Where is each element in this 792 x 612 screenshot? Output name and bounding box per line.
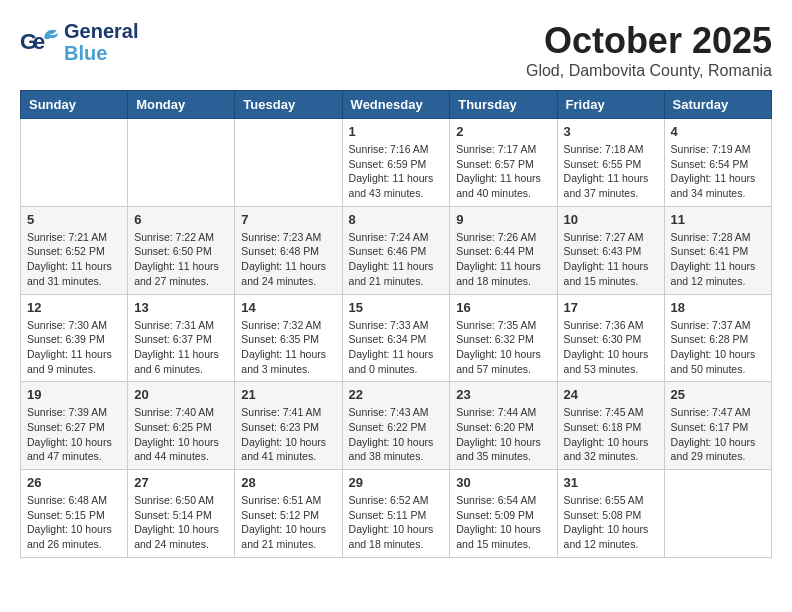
sunset-text: Sunset: 6:35 PM	[241, 333, 319, 345]
day-number: 30	[456, 475, 550, 490]
col-tuesday: Tuesday	[235, 91, 342, 119]
day-number: 20	[134, 387, 228, 402]
daylight-text: Daylight: 11 hours and 34 minutes.	[671, 172, 756, 199]
sunset-text: Sunset: 6:37 PM	[134, 333, 212, 345]
sunset-text: Sunset: 6:30 PM	[564, 333, 642, 345]
day-info: Sunrise: 7:23 AM Sunset: 6:48 PM Dayligh…	[241, 230, 335, 289]
calendar-cell: 19 Sunrise: 7:39 AM Sunset: 6:27 PM Dayl…	[21, 382, 128, 470]
sunrise-text: Sunrise: 7:35 AM	[456, 319, 536, 331]
logo-text-blue: Blue	[64, 42, 107, 64]
daylight-text: Daylight: 10 hours and 15 minutes.	[456, 523, 541, 550]
sunrise-text: Sunrise: 6:51 AM	[241, 494, 321, 506]
day-info: Sunrise: 7:47 AM Sunset: 6:17 PM Dayligh…	[671, 405, 765, 464]
calendar-cell: 26 Sunrise: 6:48 AM Sunset: 5:15 PM Dayl…	[21, 470, 128, 558]
daylight-text: Daylight: 10 hours and 29 minutes.	[671, 436, 756, 463]
sunset-text: Sunset: 5:08 PM	[564, 509, 642, 521]
day-number: 15	[349, 300, 444, 315]
sunrise-text: Sunrise: 6:55 AM	[564, 494, 644, 506]
day-number: 9	[456, 212, 550, 227]
day-number: 6	[134, 212, 228, 227]
daylight-text: Daylight: 10 hours and 38 minutes.	[349, 436, 434, 463]
calendar-week-row: 1 Sunrise: 7:16 AM Sunset: 6:59 PM Dayli…	[21, 119, 772, 207]
sunset-text: Sunset: 6:46 PM	[349, 245, 427, 257]
sunrise-text: Sunrise: 6:50 AM	[134, 494, 214, 506]
daylight-text: Daylight: 11 hours and 37 minutes.	[564, 172, 649, 199]
calendar-week-row: 26 Sunrise: 6:48 AM Sunset: 5:15 PM Dayl…	[21, 470, 772, 558]
sunrise-text: Sunrise: 7:39 AM	[27, 406, 107, 418]
calendar-cell: 22 Sunrise: 7:43 AM Sunset: 6:22 PM Dayl…	[342, 382, 450, 470]
sunset-text: Sunset: 6:28 PM	[671, 333, 749, 345]
calendar-cell: 15 Sunrise: 7:33 AM Sunset: 6:34 PM Dayl…	[342, 294, 450, 382]
calendar-cell: 16 Sunrise: 7:35 AM Sunset: 6:32 PM Dayl…	[450, 294, 557, 382]
daylight-text: Daylight: 11 hours and 21 minutes.	[349, 260, 434, 287]
sunrise-text: Sunrise: 7:36 AM	[564, 319, 644, 331]
daylight-text: Daylight: 11 hours and 0 minutes.	[349, 348, 434, 375]
sunrise-text: Sunrise: 7:31 AM	[134, 319, 214, 331]
daylight-text: Daylight: 11 hours and 24 minutes.	[241, 260, 326, 287]
calendar-table: Sunday Monday Tuesday Wednesday Thursday…	[20, 90, 772, 558]
calendar-cell: 2 Sunrise: 7:17 AM Sunset: 6:57 PM Dayli…	[450, 119, 557, 207]
sunset-text: Sunset: 6:18 PM	[564, 421, 642, 433]
daylight-text: Daylight: 11 hours and 6 minutes.	[134, 348, 219, 375]
sunrise-text: Sunrise: 7:22 AM	[134, 231, 214, 243]
sunset-text: Sunset: 6:50 PM	[134, 245, 212, 257]
sunrise-text: Sunrise: 7:37 AM	[671, 319, 751, 331]
sunset-text: Sunset: 5:15 PM	[27, 509, 105, 521]
sunrise-text: Sunrise: 7:27 AM	[564, 231, 644, 243]
calendar-cell: 18 Sunrise: 7:37 AM Sunset: 6:28 PM Dayl…	[664, 294, 771, 382]
sunset-text: Sunset: 6:32 PM	[456, 333, 534, 345]
title-block: October 2025 Glod, Dambovita County, Rom…	[526, 20, 772, 80]
day-info: Sunrise: 6:48 AM Sunset: 5:15 PM Dayligh…	[27, 493, 121, 552]
day-number: 2	[456, 124, 550, 139]
sunrise-text: Sunrise: 7:30 AM	[27, 319, 107, 331]
daylight-text: Daylight: 10 hours and 32 minutes.	[564, 436, 649, 463]
calendar-cell: 4 Sunrise: 7:19 AM Sunset: 6:54 PM Dayli…	[664, 119, 771, 207]
month-title: October 2025	[526, 20, 772, 62]
sunset-text: Sunset: 6:27 PM	[27, 421, 105, 433]
sunset-text: Sunset: 6:22 PM	[349, 421, 427, 433]
sunset-text: Sunset: 5:11 PM	[349, 509, 427, 521]
daylight-text: Daylight: 10 hours and 35 minutes.	[456, 436, 541, 463]
day-number: 12	[27, 300, 121, 315]
day-number: 31	[564, 475, 658, 490]
daylight-text: Daylight: 11 hours and 15 minutes.	[564, 260, 649, 287]
calendar-cell: 5 Sunrise: 7:21 AM Sunset: 6:52 PM Dayli…	[21, 206, 128, 294]
day-info: Sunrise: 7:33 AM Sunset: 6:34 PM Dayligh…	[349, 318, 444, 377]
daylight-text: Daylight: 11 hours and 27 minutes.	[134, 260, 219, 287]
day-info: Sunrise: 7:18 AM Sunset: 6:55 PM Dayligh…	[564, 142, 658, 201]
day-number: 22	[349, 387, 444, 402]
svg-text:e: e	[33, 28, 45, 53]
calendar-cell: 21 Sunrise: 7:41 AM Sunset: 6:23 PM Dayl…	[235, 382, 342, 470]
sunrise-text: Sunrise: 6:52 AM	[349, 494, 429, 506]
calendar-cell	[128, 119, 235, 207]
sunrise-text: Sunrise: 7:32 AM	[241, 319, 321, 331]
logo-text-general: General	[64, 20, 138, 42]
day-info: Sunrise: 6:52 AM Sunset: 5:11 PM Dayligh…	[349, 493, 444, 552]
daylight-text: Daylight: 10 hours and 41 minutes.	[241, 436, 326, 463]
day-info: Sunrise: 7:35 AM Sunset: 6:32 PM Dayligh…	[456, 318, 550, 377]
day-info: Sunrise: 7:22 AM Sunset: 6:50 PM Dayligh…	[134, 230, 228, 289]
sunrise-text: Sunrise: 7:19 AM	[671, 143, 751, 155]
day-info: Sunrise: 7:43 AM Sunset: 6:22 PM Dayligh…	[349, 405, 444, 464]
day-number: 3	[564, 124, 658, 139]
day-number: 23	[456, 387, 550, 402]
calendar-cell	[664, 470, 771, 558]
calendar-cell: 1 Sunrise: 7:16 AM Sunset: 6:59 PM Dayli…	[342, 119, 450, 207]
daylight-text: Daylight: 11 hours and 9 minutes.	[27, 348, 112, 375]
daylight-text: Daylight: 10 hours and 53 minutes.	[564, 348, 649, 375]
day-number: 13	[134, 300, 228, 315]
sunrise-text: Sunrise: 7:26 AM	[456, 231, 536, 243]
day-info: Sunrise: 7:31 AM Sunset: 6:37 PM Dayligh…	[134, 318, 228, 377]
day-number: 24	[564, 387, 658, 402]
day-info: Sunrise: 7:36 AM Sunset: 6:30 PM Dayligh…	[564, 318, 658, 377]
day-number: 16	[456, 300, 550, 315]
calendar-cell: 7 Sunrise: 7:23 AM Sunset: 6:48 PM Dayli…	[235, 206, 342, 294]
day-info: Sunrise: 6:51 AM Sunset: 5:12 PM Dayligh…	[241, 493, 335, 552]
sunset-text: Sunset: 6:39 PM	[27, 333, 105, 345]
day-info: Sunrise: 7:32 AM Sunset: 6:35 PM Dayligh…	[241, 318, 335, 377]
calendar-cell	[235, 119, 342, 207]
daylight-text: Daylight: 11 hours and 18 minutes.	[456, 260, 541, 287]
day-number: 4	[671, 124, 765, 139]
calendar-week-row: 19 Sunrise: 7:39 AM Sunset: 6:27 PM Dayl…	[21, 382, 772, 470]
sunrise-text: Sunrise: 7:40 AM	[134, 406, 214, 418]
